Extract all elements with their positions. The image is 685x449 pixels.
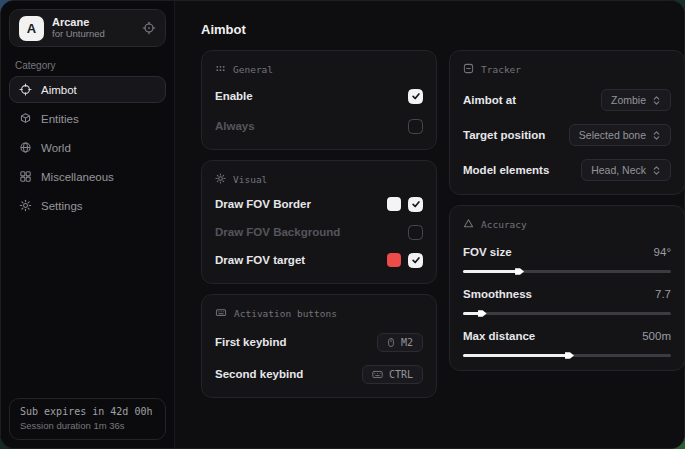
globe-icon — [19, 141, 32, 154]
setting-row-fov-target: Draw FOV target — [215, 250, 423, 270]
brand-card: A Arcane for Unturned — [9, 9, 166, 47]
sidebar-item-label: Settings — [41, 200, 83, 212]
setting-row-aimbot-at: Aimbot at Zombie — [463, 89, 671, 111]
slider-value: 7.7 — [655, 288, 671, 300]
brand-name: Arcane — [52, 16, 105, 29]
sidebar-nav: Aimbot Entities World — [9, 76, 166, 219]
main-content: Aimbot General — [175, 1, 685, 448]
setting-row-first-keybind: First keybind M2 — [215, 332, 423, 352]
right-column: Tracker Aimbot at Zombie — [449, 50, 685, 398]
triangle-icon — [463, 218, 474, 231]
sidebar-item-label: Entities — [41, 113, 79, 125]
sidebar-item-label: World — [41, 142, 71, 154]
slider-thumb[interactable] — [515, 267, 524, 276]
panel-title: Tracker — [481, 64, 521, 75]
enable-checkbox[interactable] — [408, 89, 423, 104]
sidebar-item-aimbot[interactable]: Aimbot — [9, 76, 166, 103]
max-distance-slider[interactable] — [463, 354, 671, 357]
setting-row-smoothness: Smoothness 7.7 — [463, 284, 671, 315]
panel-accuracy: Accuracy FOV size 94° — [449, 205, 685, 371]
page-title: Aimbot — [201, 22, 685, 37]
setting-label: Draw FOV Border — [215, 198, 311, 210]
fov-size-slider[interactable] — [463, 270, 671, 273]
keyboard-icon — [215, 307, 227, 320]
panel-title: Visual — [233, 174, 267, 185]
setting-row-second-keybind: Second keybind CTRL — [215, 364, 423, 384]
color-swatch[interactable] — [387, 253, 401, 267]
panel-visual: Visual Draw FOV Border Draw FOV Backgrou… — [201, 160, 437, 284]
keybind-value: M2 — [401, 337, 413, 348]
brand-subtitle: for Unturned — [52, 29, 105, 40]
panel-title: General — [233, 64, 273, 75]
mouse-icon — [387, 337, 395, 348]
setting-row-always: Always — [215, 116, 423, 136]
target-position-dropdown[interactable]: Selected bone — [569, 124, 671, 146]
setting-label: Draw FOV Background — [215, 226, 340, 238]
sidebar-item-entities[interactable]: Entities — [9, 105, 166, 132]
slider-thumb[interactable] — [565, 351, 574, 360]
smoothness-slider[interactable] — [463, 312, 671, 315]
cube-icon — [19, 112, 32, 125]
subscription-status-card: Sub expires in 42d 00h Session duration … — [9, 398, 166, 440]
panel-title: Activation buttons — [234, 308, 337, 319]
sidebar-item-label: Miscellaneous — [41, 171, 114, 183]
keybind-value: CTRL — [389, 369, 413, 380]
scan-minus-icon — [463, 63, 474, 76]
setting-label: Max distance — [463, 330, 535, 342]
sidebar-item-label: Aimbot — [41, 84, 77, 96]
crosshair-icon — [19, 83, 32, 96]
slider-value: 500m — [642, 330, 671, 342]
setting-label: Enable — [215, 90, 253, 102]
setting-row-fov-size: FOV size 94° — [463, 242, 671, 273]
dropdown-value: Selected bone — [579, 129, 646, 141]
category-label: Category — [15, 60, 160, 71]
setting-row-max-distance: Max distance 500m — [463, 326, 671, 357]
setting-row-target-position: Target position Selected bone — [463, 124, 671, 146]
setting-row-fov-border: Draw FOV Border — [215, 194, 423, 214]
sidebar: A Arcane for Unturned Category — [1, 1, 175, 448]
sidebar-item-settings[interactable]: Settings — [9, 192, 166, 219]
keyboard-icon — [372, 370, 383, 379]
aimbot-at-dropdown[interactable]: Zombie — [601, 89, 671, 111]
always-checkbox[interactable] — [408, 119, 423, 134]
sidebar-item-world[interactable]: World — [9, 134, 166, 161]
fov-target-checkbox[interactable] — [408, 253, 423, 268]
sun-icon — [215, 173, 226, 186]
fov-border-checkbox[interactable] — [408, 197, 423, 212]
chevrons-up-down-icon — [652, 165, 661, 176]
gear-icon — [19, 199, 32, 212]
setting-label: Target position — [463, 129, 545, 141]
slider-thumb[interactable] — [478, 309, 487, 318]
sidebar-item-miscellaneous[interactable]: Miscellaneous — [9, 163, 166, 190]
slider-value: 94° — [654, 246, 671, 258]
left-column: General Enable Always — [201, 50, 437, 398]
crosshair-icon[interactable] — [142, 21, 156, 35]
app-window: A Arcane for Unturned Category — [0, 0, 685, 449]
setting-label: FOV size — [463, 246, 512, 258]
first-keybind-button[interactable]: M2 — [377, 333, 423, 352]
brand-logo: A — [19, 16, 44, 41]
fov-background-checkbox[interactable] — [408, 225, 423, 240]
setting-row-fov-background: Draw FOV Background — [215, 222, 423, 242]
second-keybind-button[interactable]: CTRL — [362, 365, 423, 384]
color-swatch[interactable] — [387, 197, 401, 211]
model-elements-dropdown[interactable]: Head, Neck — [581, 159, 671, 181]
dots-grid-icon — [215, 63, 226, 76]
chevrons-up-down-icon — [652, 95, 661, 106]
setting-row-model-elements: Model elements Head, Neck — [463, 159, 671, 181]
panel-activation-buttons: Activation buttons First keybind M2 — [201, 294, 437, 398]
panel-tracker: Tracker Aimbot at Zombie — [449, 50, 685, 195]
dropdown-value: Zombie — [611, 94, 646, 106]
dropdown-value: Head, Neck — [591, 164, 646, 176]
panel-general: General Enable Always — [201, 50, 437, 150]
sub-expiry-text: Sub expires in 42d 00h — [20, 406, 155, 417]
grid-icon — [19, 170, 32, 183]
brand-text: Arcane for Unturned — [52, 16, 105, 40]
setting-label: Aimbot at — [463, 94, 516, 106]
setting-label: Always — [215, 120, 255, 132]
setting-label: Smoothness — [463, 288, 532, 300]
setting-label: Model elements — [463, 164, 549, 176]
setting-row-enable: Enable — [215, 86, 423, 106]
setting-label: First keybind — [215, 336, 287, 348]
panel-title: Accuracy — [481, 219, 527, 230]
